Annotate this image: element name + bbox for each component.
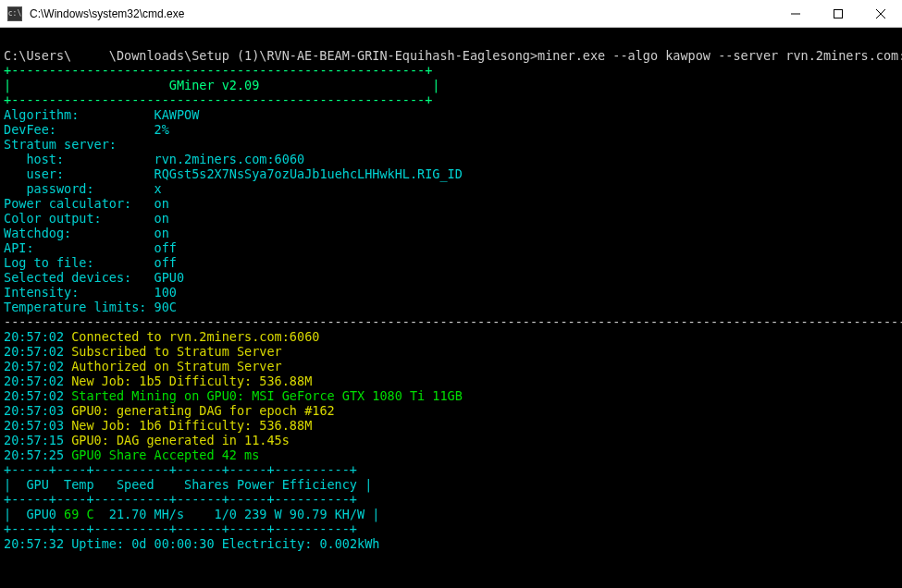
table-sep-bot: +-----+----+----------+------+-----+----… bbox=[4, 521, 357, 536]
log-line-8: 20:57:25 GPU0 Share Accepted 42 ms bbox=[4, 447, 259, 462]
config-algorithm: Algorithm: KAWPOW bbox=[4, 107, 199, 122]
log-line-5: 20:57:03 GPU0: generating DAG for epoch … bbox=[4, 403, 335, 418]
log-line-3: 20:57:02 New Job: 1b5 Difficulty: 536.88… bbox=[4, 374, 312, 388]
table-header: | GPU Temp Speed Shares Power Efficiency… bbox=[4, 477, 372, 492]
config-templimits: Temperature limits: 90C bbox=[4, 300, 177, 314]
long-separator: ----------------------------------------… bbox=[4, 314, 902, 329]
config-watchdog: Watchdog: on bbox=[4, 226, 169, 240]
config-devfee: DevFee: 2% bbox=[4, 122, 169, 137]
title-bar: c:\ C:\Windows\system32\cmd.exe bbox=[0, 0, 902, 28]
log-line-1: 20:57:02 Subscribed to Stratum Server bbox=[4, 344, 282, 359]
svg-rect-1 bbox=[834, 9, 843, 18]
log-line-2: 20:57:02 Authorized on Stratum Server bbox=[4, 359, 282, 374]
log-line-0: 20:57:02 Connected to rvn.2miners.com:60… bbox=[4, 329, 319, 344]
log-line-4: 20:57:02 Started Mining on GPU0: MSI GeF… bbox=[4, 388, 463, 403]
config-power: Power calculator: on bbox=[4, 196, 169, 211]
banner-sep-bot: +---------------------------------------… bbox=[4, 92, 432, 107]
window-controls bbox=[774, 0, 902, 27]
minimize-button[interactable] bbox=[774, 0, 817, 27]
table-row: | GPU0 69 C 21.70 MH/s 1/0 239 W 90.79 K… bbox=[4, 507, 379, 521]
table-sep-mid: +-----+----+----------+------+-----+----… bbox=[4, 492, 357, 507]
banner-title-row: | GMiner v2.09 | bbox=[4, 78, 439, 92]
log-line-7: 20:57:15 GPU0: DAG generated in 11.45s bbox=[4, 433, 290, 447]
config-host: host: rvn.2miners.com:6060 bbox=[4, 152, 304, 166]
log-line-6: 20:57:03 New Job: 1b6 Difficulty: 536.88… bbox=[4, 418, 312, 433]
config-user: user: RQGst5s2X7NsSya7ozUaJb1uehcLHHwkHL… bbox=[4, 166, 463, 181]
config-log: Log to file: off bbox=[4, 255, 177, 270]
config-intensity: Intensity: 100 bbox=[4, 285, 177, 300]
config-api: API: off bbox=[4, 240, 177, 255]
cmd-icon: c:\ bbox=[7, 6, 22, 21]
config-stratum: Stratum server: bbox=[4, 137, 117, 152]
config-devices: Selected devices: GPU0 bbox=[4, 270, 184, 285]
config-color: Color output: on bbox=[4, 211, 169, 226]
banner-sep-top: +---------------------------------------… bbox=[4, 63, 432, 78]
table-sep-top: +-----+----+----------+------+-----+----… bbox=[4, 462, 357, 477]
uptime-line: 20:57:32 Uptime: 0d 00:00:30 Electricity… bbox=[4, 536, 379, 551]
terminal-output[interactable]: C:\Users\ \Downloads\Setup (1)\RVN-AE-BE… bbox=[0, 28, 902, 588]
command-prompt: C:\Users\ \Downloads\Setup (1)\RVN-AE-BE… bbox=[4, 48, 902, 63]
maximize-button[interactable] bbox=[817, 0, 859, 27]
close-button[interactable] bbox=[859, 0, 902, 27]
window-title: C:\Windows\system32\cmd.exe bbox=[30, 7, 774, 20]
config-password: password: x bbox=[4, 181, 162, 196]
